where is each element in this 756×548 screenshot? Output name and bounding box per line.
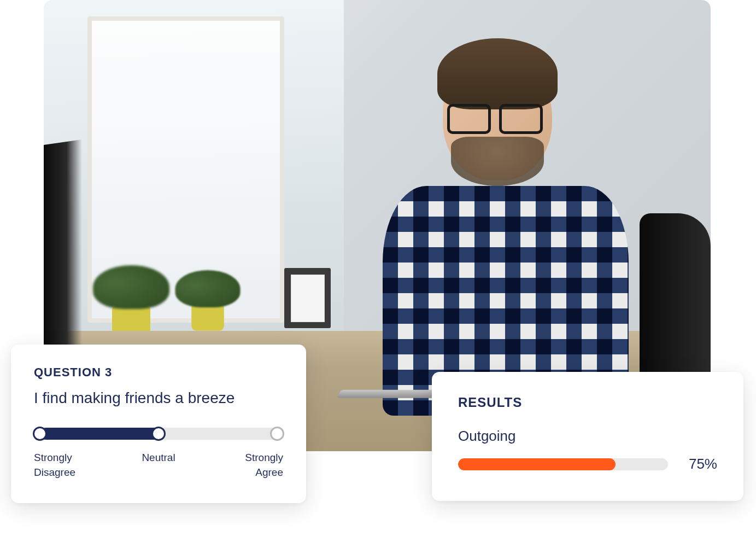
slider-thumb[interactable]	[151, 427, 166, 441]
results-title: RESULTS	[458, 395, 717, 410]
result-progress-bar	[458, 458, 668, 470]
slider-fill	[40, 428, 165, 440]
slider-endpoint-min	[33, 427, 47, 441]
result-progress-fill	[458, 458, 616, 470]
question-prompt: I find making friends a breeze	[34, 388, 283, 408]
plant	[175, 270, 241, 326]
question-number: QUESTION 3	[34, 365, 283, 380]
result-percent-value: 75%	[682, 456, 717, 473]
result-trait-label: Outgoing	[458, 428, 717, 445]
slider-label-min: StronglyDisagree	[34, 451, 117, 480]
slider-endpoint-max	[270, 427, 284, 441]
likert-slider[interactable]	[34, 428, 283, 440]
result-row: 75%	[458, 456, 717, 473]
slider-labels: StronglyDisagree Neutral StronglyAgree	[34, 451, 283, 480]
plant	[93, 265, 169, 331]
results-card: RESULTS Outgoing 75%	[432, 372, 743, 501]
question-card: QUESTION 3 I find making friends a breez…	[11, 345, 306, 503]
slider-label-mid: Neutral	[117, 451, 200, 480]
picture-frame	[284, 268, 331, 328]
person	[355, 33, 656, 416]
slider-label-max: StronglyAgree	[200, 451, 283, 480]
